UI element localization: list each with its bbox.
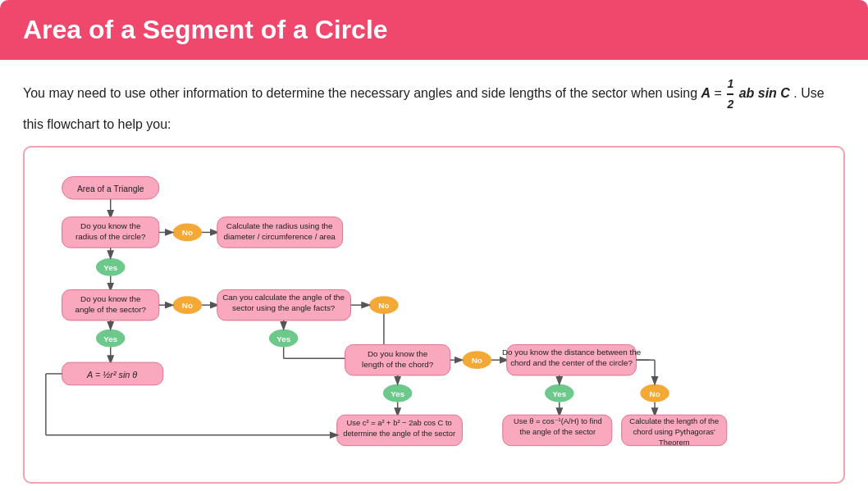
svg-text:Can you calculate the angle of: Can you calculate the angle of the [222, 293, 345, 302]
svg-text:Yes: Yes [552, 389, 566, 398]
svg-text:Calculate the radius using the: Calculate the radius using the [226, 222, 333, 231]
svg-text:sector using the angle facts?: sector using the angle facts? [232, 303, 336, 312]
svg-text:Use θ = cos⁻¹(A/H) to find: Use θ = cos⁻¹(A/H) to find [514, 417, 602, 425]
flowchart-container: Area of a Triangle Do you know the radiu… [23, 146, 845, 484]
svg-text:angle of the sector?: angle of the sector? [75, 305, 146, 314]
svg-text:Yes: Yes [103, 263, 117, 272]
svg-text:diameter / circumference / are: diameter / circumference / area [224, 233, 336, 242]
svg-text:radius of the circle?: radius of the circle? [75, 233, 146, 242]
svg-text:the angle of the sector: the angle of the sector [520, 428, 596, 436]
svg-text:chord and the center of the ci: chord and the center of the circle? [510, 358, 633, 367]
svg-text:length of the chord?: length of the chord? [362, 360, 434, 369]
svg-text:Theorem: Theorem [659, 439, 690, 447]
svg-text:No: No [378, 301, 389, 310]
svg-text:Area of a Triangle: Area of a Triangle [77, 185, 144, 194]
svg-text:Yes: Yes [103, 334, 117, 343]
svg-text:No: No [182, 229, 193, 238]
svg-text:chord using Pythagoras': chord using Pythagoras' [633, 428, 715, 436]
svg-text:Yes: Yes [276, 334, 290, 343]
flowchart-svg: Area of a Triangle Do you know the radiu… [38, 162, 830, 466]
svg-text:Do you know the: Do you know the [80, 222, 141, 231]
svg-text:No: No [650, 389, 660, 398]
svg-text:No: No [472, 357, 482, 366]
svg-text:Do you know the: Do you know the [368, 350, 428, 359]
svg-text:determine the angle of the sec: determine the angle of the sector [343, 430, 455, 438]
svg-text:Calculate the length of the: Calculate the length of the [629, 417, 719, 425]
intro-text: You may need to use other information to… [23, 75, 845, 134]
header: Area of a Segment of a Circle [0, 0, 868, 60]
svg-text:A = ½r² sin θ: A = ½r² sin θ [86, 370, 137, 380]
svg-text:No: No [182, 301, 193, 310]
svg-text:Use c² = a² + b² − 2ab cos C t: Use c² = a² + b² − 2ab cos C to [346, 419, 451, 427]
svg-text:Yes: Yes [391, 389, 404, 398]
svg-text:Do you know the distance betwe: Do you know the distance between the [502, 348, 642, 357]
page-title: Area of a Segment of a Circle [23, 15, 845, 45]
svg-text:Do you know the: Do you know the [80, 295, 141, 304]
